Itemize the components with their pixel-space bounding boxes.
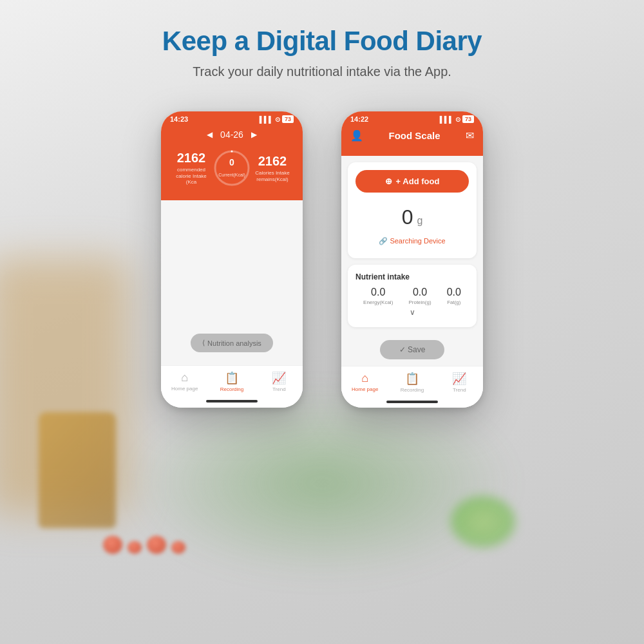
green-decoration — [451, 496, 515, 547]
current-calorie-gauge: 0 Current(Kcal) — [213, 149, 251, 187]
phone1-bottom-nav: ⌂ Home page 📋 Recording 📈 Trend — [161, 365, 303, 395]
protein-item: 0.0 Protein(g) — [408, 287, 431, 305]
page-title: Keep a Digital Food Diary — [162, 26, 482, 57]
energy-label: Energy(Kcal) — [363, 299, 393, 305]
phone1-body: ⟨ Nutrition analysis ⌂ Home page 📋 Recor… — [161, 200, 303, 408]
food-scale-title: Food Scale — [388, 130, 440, 141]
nav-home-2[interactable]: ⌂ Home page — [341, 372, 388, 393]
fat-value: 0.0 — [447, 287, 461, 298]
protein-value: 0.0 — [408, 287, 431, 298]
home-bar-1 — [206, 400, 258, 402]
home-icon-2: ⌂ — [361, 372, 368, 385]
nutrition-btn-label: Nutrition analysis — [207, 339, 261, 347]
recording-icon-1: 📋 — [225, 371, 239, 385]
recording-label-2: Recording — [401, 387, 424, 393]
home-label-1: Home page — [171, 386, 198, 392]
trend-icon-2: 📈 — [452, 372, 466, 386]
phone2-body: ⊕ + Add food 0 g 🔗 Searching Device Nutr… — [341, 156, 483, 408]
home-bar-2 — [386, 401, 438, 403]
phone-recording: 14:23 ▌▌▌ ⊙ 73 ◀ 04-26 ▶ 2162 commend — [161, 111, 303, 408]
fat-item: 0.0 Fat(g) — [447, 287, 461, 305]
nav-trend-2[interactable]: 📈 Trend — [436, 372, 483, 393]
bg-blur-vegetables — [129, 386, 515, 580]
status-icons-2: ▌▌▌ ⊙ 73 — [440, 115, 474, 123]
recording-label-1: Recording — [220, 386, 243, 392]
energy-value: 0.0 — [363, 287, 393, 298]
recommended-label: commended calorie Intake (Kca — [170, 167, 213, 185]
phone-food-scale: 14:22 ▌▌▌ ⊙ 73 👤 Food Scale ✉ — [341, 111, 483, 408]
searching-text: 🔗 Searching Device — [379, 237, 445, 245]
page-subtitle: Track your daily nutritional intake via … — [193, 64, 451, 79]
arrow-icon: ⟨ — [202, 339, 205, 347]
next-date-arrow[interactable]: ▶ — [251, 130, 257, 139]
time-1: 14:23 — [170, 115, 188, 123]
tomato-3 — [147, 536, 166, 554]
phone2-bottom-nav: ⌂ Home page 📋 Recording 📈 Trend — [341, 366, 483, 395]
status-bar-2: 14:22 ▌▌▌ ⊙ 73 — [341, 111, 483, 126]
nav-recording-1[interactable]: 📋 Recording — [208, 371, 255, 392]
tomato-decoration — [103, 536, 185, 554]
protein-label: Protein(g) — [408, 299, 431, 305]
plus-icon: ⊕ — [385, 176, 392, 186]
tomato-2 — [128, 541, 142, 554]
recommended-calories: 2162 commended calorie Intake (Kca — [170, 151, 213, 185]
recording-icon-2: 📋 — [405, 372, 419, 386]
searching-device: 🔗 Searching Device — [355, 234, 469, 251]
phone1-empty-area — [161, 200, 303, 334]
person-icon: 👤 — [350, 129, 363, 142]
remaining-label: Calories Intake remains(Kcal) — [251, 170, 294, 182]
battery-1: 73 — [282, 115, 294, 123]
wifi-icon-2: ⊙ — [455, 116, 460, 123]
nav-recording-2[interactable]: 📋 Recording — [388, 372, 435, 393]
nav-trend-1[interactable]: 📈 Trend — [256, 371, 303, 392]
remaining-calories: 2162 Calories Intake remains(Kcal) — [251, 154, 294, 182]
calorie-row: 2162 commended calorie Intake (Kca 0 Cur… — [170, 146, 294, 191]
nav-home-1[interactable]: ⌂ Home page — [161, 371, 208, 392]
current-value: 0 — [218, 157, 245, 167]
bag-decoration — [39, 412, 116, 528]
status-bar-1: 14:23 ▌▌▌ ⊙ 73 — [161, 111, 303, 126]
fat-label: Fat(g) — [447, 299, 461, 305]
weight-value: 0 — [402, 205, 413, 229]
nutrient-values: 0.0 Energy(Kcal) 0.0 Protein(g) 0.0 Fat(… — [355, 287, 469, 305]
gauge-center: 0 Current(Kcal) — [218, 157, 245, 179]
home-icon-1: ⌂ — [181, 371, 188, 384]
signal-icon-2: ▌▌▌ — [440, 116, 453, 123]
nutrient-title: Nutrient intake — [355, 272, 469, 281]
status-icons-1: ▌▌▌ ⊙ 73 — [260, 115, 294, 123]
phones-container: 14:23 ▌▌▌ ⊙ 73 ◀ 04-26 ▶ 2162 commend — [161, 111, 483, 408]
battery-2: 73 — [462, 115, 474, 123]
food-card: ⊕ + Add food 0 g 🔗 Searching Device — [348, 162, 477, 258]
prev-date-arrow[interactable]: ◀ — [207, 130, 213, 139]
home-indicator-1 — [161, 395, 303, 408]
nutrient-section: Nutrient intake 0.0 Energy(Kcal) 0.0 Pro… — [348, 265, 477, 327]
current-date: 04-26 — [220, 129, 243, 140]
tomato-1 — [103, 536, 122, 554]
phone2-header: 👤 Food Scale ✉ — [341, 126, 483, 156]
recommended-value: 2162 — [170, 151, 213, 166]
current-label: Current(Kcal) — [218, 173, 245, 177]
signal-icon-1: ▌▌▌ — [260, 116, 273, 123]
home-indicator-2 — [341, 395, 483, 408]
weight-display: 0 g — [355, 200, 469, 234]
add-food-label: + Add food — [396, 176, 440, 186]
nutrition-analysis-button[interactable]: ⟨ Nutrition analysis — [191, 334, 273, 352]
save-button[interactable]: ✓ Save — [380, 340, 445, 359]
time-2: 14:22 — [350, 115, 368, 123]
remaining-value: 2162 — [251, 154, 294, 169]
phone1-header: ◀ 04-26 ▶ 2162 commended calorie Intake … — [161, 126, 303, 200]
trend-icon-1: 📈 — [272, 371, 286, 385]
tomato-4 — [171, 541, 185, 554]
page-content: Keep a Digital Food Diary Track your dai… — [0, 0, 644, 408]
save-area: ✓ Save — [341, 334, 483, 366]
food-scale-header-row: 👤 Food Scale ✉ — [350, 129, 474, 147]
energy-item: 0.0 Energy(Kcal) — [363, 287, 393, 305]
wifi-icon-1: ⊙ — [275, 116, 280, 123]
trend-label-2: Trend — [453, 387, 466, 393]
expand-arrow[interactable]: ∨ — [355, 305, 469, 319]
date-nav: ◀ 04-26 ▶ — [170, 129, 294, 146]
add-food-button[interactable]: ⊕ + Add food — [355, 170, 469, 193]
mail-icon: ✉ — [466, 129, 474, 142]
home-label-2: Home page — [352, 386, 378, 392]
trend-label-1: Trend — [272, 386, 286, 392]
